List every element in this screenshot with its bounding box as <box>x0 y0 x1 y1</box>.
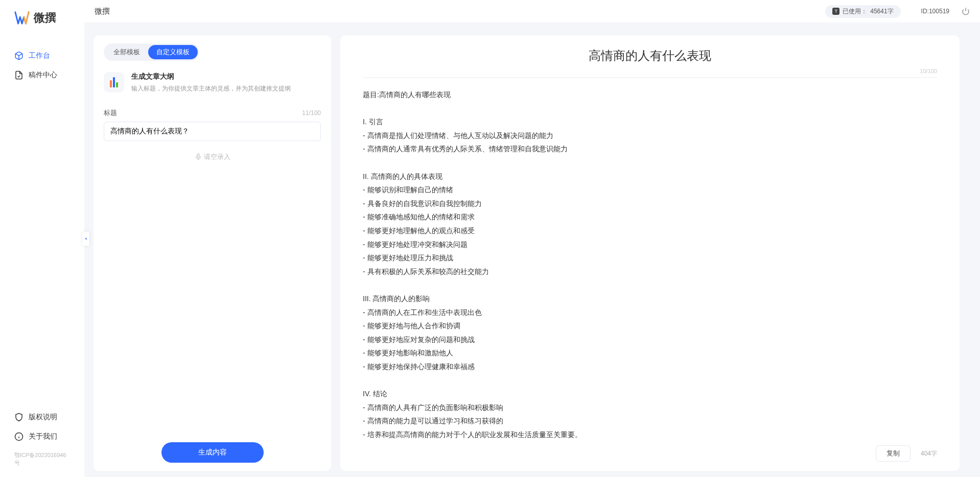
output-title: 高情商的人有什么表现 <box>363 48 937 64</box>
copy-button[interactable]: 复制 <box>876 445 911 462</box>
info-icon <box>14 432 24 441</box>
title-label: 标题 <box>104 108 117 118</box>
nav-workspace[interactable]: 工作台 <box>0 46 84 65</box>
icp-text: 鄂ICP备2022016946号 <box>0 446 84 467</box>
nav-label: 工作台 <box>29 51 50 60</box>
output-title-counter: 10/100 <box>363 68 937 78</box>
power-icon[interactable] <box>962 7 970 15</box>
sidebar: 微撰 工作台 稿件中心 版权说明 关于我们 鄂ICP备2022016946号 <box>0 0 84 477</box>
nav-label: 关于我们 <box>29 432 57 441</box>
logo-icon <box>14 10 30 26</box>
output-content[interactable]: 题目:高情商的人有哪些表现 I. 引言 - 高情商是指人们处理情绪、与他人互动以… <box>363 78 937 438</box>
title-input[interactable] <box>104 122 321 141</box>
template-title: 生成文章大纲 <box>131 72 321 81</box>
template-icon <box>104 72 124 93</box>
mic-icon <box>195 153 202 161</box>
template-card: 生成文章大纲 输入标题，为你提供文章主体的灵感，并为其创建推文提纲 <box>104 72 321 93</box>
file-icon <box>14 71 24 80</box>
shield-icon <box>14 413 24 422</box>
word-count: 404字 <box>921 449 937 458</box>
tab-custom-templates[interactable]: 自定义模板 <box>148 45 198 59</box>
logo-text: 微撰 <box>34 10 56 26</box>
chevron-left-icon <box>83 236 88 241</box>
app-logo: 微撰 <box>0 10 84 46</box>
sidebar-collapse-handle[interactable] <box>82 232 89 246</box>
generate-button[interactable]: 生成内容 <box>161 442 264 463</box>
usage-prefix: 已使用： <box>843 7 867 16</box>
nav-label: 稿件中心 <box>29 71 57 80</box>
output-panel: 高情商的人有什么表现 10/100 题目:高情商的人有哪些表现 I. 引言 - … <box>340 35 960 471</box>
template-tabs: 全部模板 自定义模板 <box>104 43 199 61</box>
user-id: ID:100519 <box>921 8 949 15</box>
voice-input-hint[interactable]: 请空录入 <box>104 141 321 173</box>
topbar: 微撰 T 已使用： 45641字 ID:100519 <box>84 0 980 22</box>
nav-label: 版权说明 <box>29 413 57 422</box>
input-panel: 全部模板 自定义模板 生成文章大纲 输入标题，为你提供文章主体的灵感， <box>94 35 331 471</box>
svg-rect-4 <box>197 154 199 157</box>
page-title: 微撰 <box>95 7 110 16</box>
tab-all-templates[interactable]: 全部模板 <box>105 45 148 59</box>
nav-copyright[interactable]: 版权说明 <box>0 407 84 427</box>
cube-icon <box>14 51 24 60</box>
text-icon: T <box>832 8 839 15</box>
template-desc: 输入标题，为你提供文章主体的灵感，并为其创建推文提纲 <box>131 84 321 93</box>
nav-drafts[interactable]: 稿件中心 <box>0 65 84 85</box>
title-counter: 11/100 <box>302 109 321 117</box>
usage-value: 45641字 <box>870 7 893 16</box>
nav-about[interactable]: 关于我们 <box>0 427 84 446</box>
usage-badge[interactable]: T 已使用： 45641字 <box>825 5 900 18</box>
